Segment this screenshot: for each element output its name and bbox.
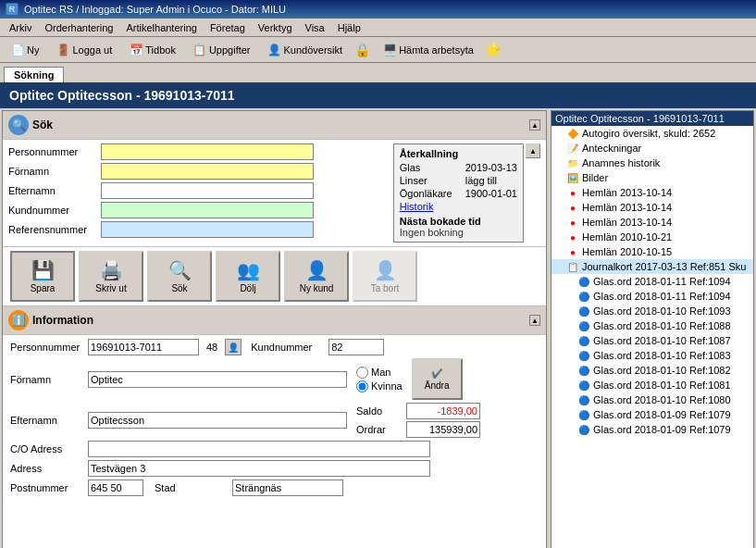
- historik-link[interactable]: Historik: [400, 201, 434, 212]
- dolj-button[interactable]: 👥 Dölj: [216, 251, 280, 302]
- scroll-up-btn[interactable]: ▲: [526, 143, 540, 158]
- ny-kund-button[interactable]: 👤 Ny kund: [284, 251, 349, 302]
- tree-glas-10[interactable]: 🔵 Glas.ord 2018-01-09 Ref:1079: [552, 407, 753, 422]
- ordrar-input[interactable]: [406, 421, 480, 438]
- glas-label: Glas: [400, 162, 460, 173]
- tree-glas-5[interactable]: 🔵 Glas.ord 2018-01-10 Ref:1087: [552, 333, 753, 348]
- skriv-ut-icon: 🖨️: [100, 259, 123, 281]
- tree-hemlan-2[interactable]: ● Hemlän 2013-10-14: [552, 200, 753, 215]
- section-title: Optitec Optitecsson - 19691013-7011: [9, 88, 235, 103]
- sok-icon: 🔍: [168, 259, 192, 281]
- tree-hemlan-1[interactable]: ● Hemlän 2013-10-14: [552, 185, 753, 200]
- ny-button[interactable]: 📄 Ny: [4, 40, 45, 60]
- tree-glas-8[interactable]: 🔵 Glas.ord 2018-01-10 Ref:1081: [552, 378, 753, 392]
- info-collapse-btn[interactable]: ▲: [529, 315, 540, 326]
- menu-artikelhantering[interactable]: Artikelhantering: [120, 21, 202, 34]
- no-booking-text: Ingen bokning: [400, 227, 517, 238]
- man-radio[interactable]: [356, 367, 368, 379]
- glas3-icon: 🔵: [577, 305, 590, 318]
- glas2-label: Glas.ord 2018-01-11 Ref:1094: [593, 291, 731, 302]
- glas10-label: Glas.ord 2018-01-09 Ref:1079: [593, 409, 731, 420]
- personnummer-info-input[interactable]: [88, 339, 199, 355]
- co-adress-input[interactable]: [88, 441, 430, 457]
- main-content: 🔍 Sök ▲ Personnummer Förnamn Efternamn: [0, 108, 756, 548]
- sokning-tab[interactable]: Sökning: [4, 67, 64, 82]
- title-bar: R Optitec RS / Inloggad: Super Admin i O…: [0, 0, 756, 19]
- ta-bort-button[interactable]: 👤 Ta bort: [353, 251, 417, 302]
- tree-hemlan-4[interactable]: ● Hemlän 2010-10-21: [552, 230, 753, 244]
- tree-anteckningar[interactable]: 📝 Anteckningar: [552, 141, 753, 156]
- hamta-icon: 🖥️: [382, 43, 397, 57]
- tree-glas-7[interactable]: 🔵 Glas.ord 2018-01-10 Ref:1082: [552, 363, 753, 378]
- search-collapse-btn[interactable]: ▲: [529, 119, 540, 131]
- kundnummer-info-input[interactable]: [328, 339, 384, 355]
- fornamn-label: Förnamn: [8, 166, 101, 177]
- personnummer-input[interactable]: [101, 143, 314, 160]
- glas7-icon: 🔵: [577, 364, 590, 377]
- andra-button[interactable]: ✔️ Ändra: [412, 358, 463, 400]
- andra-icon: ✔️: [431, 368, 442, 379]
- hemlan2-icon: ●: [566, 201, 579, 214]
- uppgifter-button[interactable]: 📋 Uppgifter: [186, 40, 257, 60]
- tree-autogiro[interactable]: 🔶 Autogiro översikt, skuld: 2652: [552, 126, 753, 141]
- tree-glas-3[interactable]: 🔵 Glas.ord 2018-01-10 Ref:1093: [552, 304, 753, 318]
- autogiro-icon: 🔶: [566, 127, 579, 140]
- fornamn-search-input[interactable]: [101, 163, 314, 180]
- tree-hemlan-5[interactable]: ● Hemlän 2010-10-15: [552, 244, 753, 259]
- anteckningar-icon: 📝: [566, 142, 579, 155]
- spara-button[interactable]: 💾 Spara: [10, 251, 75, 302]
- tree-bilder[interactable]: 🖼️ Bilder: [552, 170, 753, 185]
- bilder-label: Bilder: [582, 172, 608, 183]
- tree-anamnes[interactable]: 📁 Anamnes historik: [552, 156, 753, 170]
- referensnummer-row: Referensnummer: [8, 221, 390, 238]
- menu-arkiv[interactable]: Arkiv: [4, 21, 37, 34]
- skriv-ut-button[interactable]: 🖨️ Skriv ut: [79, 251, 143, 302]
- tree-glas-2[interactable]: 🔵 Glas.ord 2018-01-11 Ref:1094: [552, 289, 753, 304]
- man-label: Man: [371, 367, 390, 378]
- menu-orderhantering[interactable]: Orderhantering: [39, 21, 118, 34]
- ta-bort-icon: 👤: [374, 259, 397, 281]
- menu-hjalp[interactable]: Hjälp: [332, 21, 366, 34]
- fornamn-info-row: Förnamn Man Kvinna ✔️ Ändra: [10, 358, 539, 400]
- glas7-label: Glas.ord 2018-01-10 Ref:1082: [593, 365, 731, 376]
- menu-visa[interactable]: Visa: [300, 21, 330, 34]
- efternamn-info-input[interactable]: [88, 412, 347, 429]
- kvinna-label: Kvinna: [371, 380, 403, 392]
- tree-glas-1[interactable]: 🔵 Glas.ord 2018-01-11 Ref:1094: [552, 274, 753, 289]
- tree-journalkort[interactable]: 📋 Journalkort 2017-03-13 Ref:851 Sku: [552, 259, 753, 274]
- tree-glas-11[interactable]: 🔵 Glas.ord 2018-01-09 Ref:1079: [552, 422, 753, 437]
- tree-hemlan-3[interactable]: ● Hemlän 2013-10-14: [552, 215, 753, 230]
- aterkallning-title: Återkallning: [400, 148, 517, 159]
- stad-input[interactable]: [232, 480, 343, 496]
- efternamn-search-input[interactable]: [101, 182, 314, 199]
- anteckningar-label: Anteckningar: [582, 143, 641, 154]
- search-section-icon: 🔍: [8, 115, 29, 135]
- postnummer-input[interactable]: [88, 480, 143, 496]
- tree-glas-4[interactable]: 🔵 Glas.ord 2018-01-10 Ref:1088: [552, 318, 753, 333]
- tree-glas-9[interactable]: 🔵 Glas.ord 2018-01-10 Ref:1080: [552, 392, 753, 407]
- sok-button[interactable]: 🔍 Sök: [147, 251, 212, 302]
- tidbok-button[interactable]: 📅 Tidbok: [122, 40, 182, 60]
- kundoversikt-button[interactable]: 👤 Kundöversikt: [261, 40, 350, 60]
- section-header: Optitec Optitecsson - 19691013-7011: [0, 82, 756, 108]
- bilder-icon: 🖼️: [566, 171, 579, 184]
- kvinna-radio[interactable]: [356, 380, 368, 392]
- saldo-input[interactable]: [406, 403, 480, 419]
- search-header: 🔍 Sök ▲: [3, 111, 546, 140]
- logga-ut-icon: 🚪: [56, 43, 70, 57]
- fornamn-info-input[interactable]: [88, 371, 347, 388]
- hemlan3-icon: ●: [566, 216, 579, 229]
- kundnummer-search-input[interactable]: [101, 202, 314, 218]
- uppgifter-icon: 📋: [192, 43, 207, 57]
- tree-glas-6[interactable]: 🔵 Glas.ord 2018-01-10 Ref:1083: [552, 348, 753, 363]
- adress-input[interactable]: [88, 460, 430, 477]
- info-title: Information: [32, 314, 93, 327]
- hemlan4-icon: ●: [566, 230, 579, 243]
- referensnummer-input[interactable]: [101, 221, 314, 238]
- menu-foretag[interactable]: Företag: [204, 21, 251, 34]
- logga-ut-button[interactable]: 🚪 Logga ut: [49, 40, 118, 60]
- tree-root-label: Optitec Optitecsson - 19691013-7011: [555, 113, 725, 124]
- kundnummer-row: Kundnummer: [8, 202, 390, 218]
- menu-verktyg[interactable]: Verktyg: [253, 21, 298, 34]
- hamta-arbetsyta-button[interactable]: 🖥️ Hämta arbetsyta: [376, 40, 480, 60]
